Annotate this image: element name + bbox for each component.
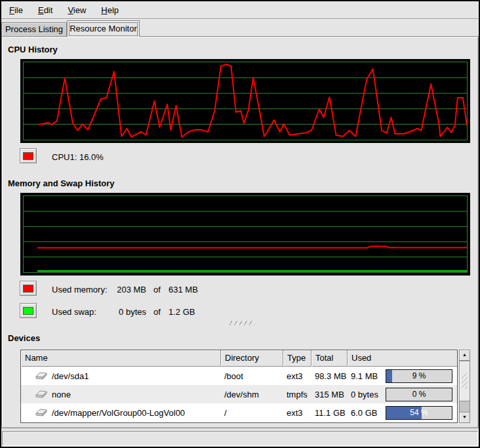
usage-bar: 54 % [386, 406, 452, 420]
device-name: /dev/mapper/VolGroup00-LogVol00 [52, 408, 185, 418]
disk-icon [35, 390, 48, 399]
device-used: 0 bytes [351, 390, 378, 399]
tab-resource-monitor[interactable]: Resource Monitor [67, 20, 140, 37]
cpu-color-swatch [23, 152, 33, 160]
device-total: 98.3 MB [311, 371, 348, 381]
usage-bar: 9 % [386, 369, 452, 383]
memory-swap-title: Memory and Swap History [8, 178, 115, 188]
memory-used-value: 203 MB [104, 285, 146, 295]
device-type: tmpfs [283, 390, 311, 399]
devices-scrollbar: ▲ ▼ [459, 350, 470, 423]
tab-resource-monitor-label: Resource Monitor [70, 24, 137, 33]
scrollbar-thumb[interactable] [460, 361, 470, 401]
memory-color-button[interactable] [20, 281, 37, 296]
devices-title: Devices [8, 333, 40, 343]
memory-legend-label: Used memory: [52, 285, 108, 295]
cpu-color-button[interactable] [20, 148, 37, 163]
paned-resize-grip[interactable] [230, 321, 254, 325]
memory-color-swatch [23, 285, 33, 293]
disk-icon [35, 408, 48, 417]
swap-total-value: 1.2 GB [169, 307, 195, 317]
swap-of-label: of [153, 307, 161, 317]
cpu-history-chart [20, 59, 470, 143]
disk-icon [35, 371, 48, 380]
device-type: ext3 [283, 408, 311, 418]
device-directory: / [221, 408, 283, 418]
device-directory: /dev/shm [221, 390, 283, 399]
header-type[interactable]: Type [283, 350, 311, 367]
menu-view[interactable]: View [65, 3, 89, 17]
device-row-sda1[interactable]: /dev/sda1 /boot ext3 98.3 MB 9.1 MB 9 % [21, 367, 457, 385]
device-type: ext3 [283, 371, 311, 381]
menu-bar: File Edit View Help [1, 1, 479, 19]
memory-swap-chart [20, 193, 470, 275]
scrollbar-grip [462, 373, 468, 389]
device-name: none [52, 390, 71, 399]
memory-of-label: of [153, 285, 161, 295]
header-directory[interactable]: Directory [221, 350, 283, 367]
tab-process-listing[interactable]: Process Listing [1, 22, 67, 37]
menu-edit[interactable]: Edit [35, 3, 55, 17]
swap-color-swatch [23, 307, 33, 315]
status-bar [2, 431, 478, 446]
device-row-none[interactable]: none /dev/shm tmpfs 315 MB 0 bytes 0 % [21, 385, 457, 403]
device-used: 6.0 GB [351, 408, 377, 418]
devices-table: Name Directory Type Total Used /dev/sda1… [20, 350, 458, 423]
device-total: 11.1 GB [311, 408, 348, 418]
swap-color-button[interactable] [20, 303, 37, 318]
devices-table-header: Name Directory Type Total Used [21, 350, 457, 367]
scrollbar-down-button[interactable]: ▼ [460, 412, 470, 422]
header-total[interactable]: Total [311, 350, 348, 367]
menu-file[interactable]: File [7, 3, 26, 17]
device-name: /dev/sda1 [52, 371, 89, 381]
device-directory: /boot [221, 371, 283, 381]
swap-legend-label: Used swap: [52, 307, 96, 317]
usage-percent-label: 9 % [386, 370, 452, 382]
menu-help[interactable]: Help [98, 3, 121, 17]
usage-percent-label: 0 % [386, 388, 452, 401]
cpu-legend-label: CPU1: 16.0% [52, 152, 104, 162]
memory-total-value: 631 MB [169, 285, 198, 295]
swap-used-value: 0 bytes [104, 307, 146, 317]
device-used: 9.1 MB [351, 371, 378, 381]
header-name[interactable]: Name [21, 350, 221, 367]
scrollbar-up-button[interactable]: ▲ [460, 350, 470, 361]
device-total: 315 MB [311, 390, 348, 399]
device-row-volgroup[interactable]: /dev/mapper/VolGroup00-LogVol00 / ext3 1… [21, 403, 457, 422]
usage-bar: 0 % [386, 388, 452, 401]
header-used[interactable]: Used [348, 350, 457, 367]
cpu-history-title: CPU History [8, 45, 58, 54]
usage-percent-label: 54 % [386, 407, 452, 419]
